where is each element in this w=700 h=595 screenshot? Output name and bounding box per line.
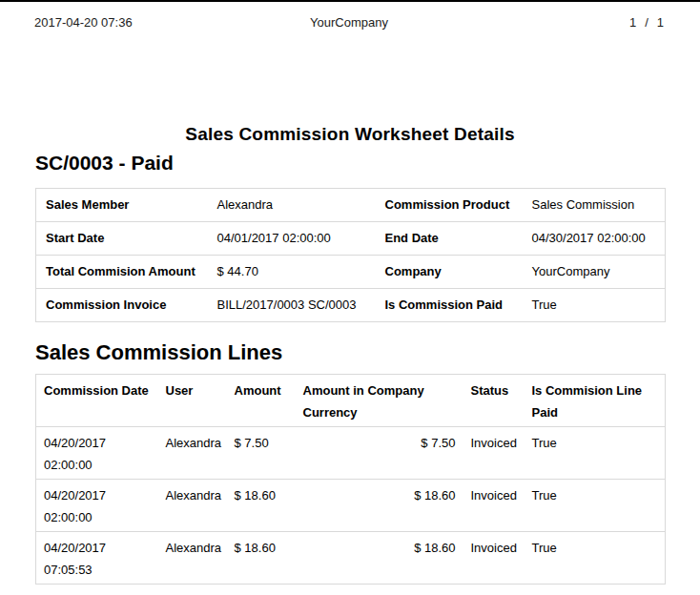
column-header-amount: Amount — [227, 375, 296, 427]
cell-user: Alexandra — [158, 427, 227, 480]
cell-status: Invoiced — [463, 532, 525, 585]
field-label: End Date — [376, 222, 523, 256]
cell-commission-date: 04/20/2017 02:00:00 — [36, 427, 158, 480]
column-header-commission-date: Commission Date — [36, 375, 158, 427]
field-label: Sales Member — [36, 189, 208, 222]
table-row: 04/20/2017 02:00:00 Alexandra $ 7.50 $ 7… — [36, 427, 666, 480]
page-separator: / — [645, 15, 649, 30]
page-current: 1 — [629, 15, 636, 30]
cell-amount-company-currency: $ 18.60 — [296, 480, 463, 532]
table-row: 04/20/2017 02:00:00 Alexandra $ 18.60 $ … — [36, 480, 666, 532]
report-body: Sales Commission Worksheet Details SC/00… — [35, 124, 665, 585]
cell-amount-company-currency: $ 18.60 — [296, 532, 463, 585]
field-value: Alexandra — [208, 189, 376, 222]
field-value: True — [523, 289, 666, 322]
header-datetime: 2017-04-20 07:36 — [34, 15, 310, 30]
field-value: 04/01/2017 02:00:00 — [208, 222, 376, 256]
field-value: Sales Commission — [523, 189, 666, 222]
cell-amount: $ 18.60 — [227, 480, 296, 532]
field-label: Total Commision Amount — [36, 256, 208, 289]
header-pagination: 1/1 — [388, 15, 664, 30]
column-header-status: Status — [463, 375, 525, 427]
field-label: Is Commission Paid — [376, 289, 523, 322]
cell-user: Alexandra — [158, 532, 227, 585]
info-row: Start Date 04/01/2017 02:00:00 End Date … — [36, 222, 666, 256]
cell-amount: $ 18.60 — [227, 532, 296, 585]
field-label: Company — [376, 256, 523, 289]
field-value: 04/30/2017 02:00:00 — [523, 222, 666, 256]
info-row: Total Commision Amount $ 44.70 Company Y… — [36, 256, 666, 289]
commission-lines-table: Commission Date User Amount Amount in Co… — [35, 374, 666, 585]
field-value: $ 44.70 — [208, 256, 376, 289]
worksheet-heading: SC/0003 - Paid — [35, 152, 665, 174]
report-page: 2017-04-20 07:36 YourCompany 1/1 Sales C… — [0, 0, 700, 595]
report-title: Sales Commission Worksheet Details — [35, 124, 665, 145]
cell-is-paid: True — [525, 427, 666, 480]
column-header-is-commision-line-paid: Is Commision Line Paid — [525, 375, 666, 427]
worksheet-info-table: Sales Member Alexandra Commission Produc… — [35, 188, 666, 322]
cell-amount-company-currency: $ 7.50 — [296, 427, 463, 480]
cell-amount: $ 7.50 — [227, 427, 296, 480]
info-row: Sales Member Alexandra Commission Produc… — [36, 189, 666, 222]
table-row: 04/20/2017 07:05:53 Alexandra $ 18.60 $ … — [36, 532, 666, 585]
cell-is-paid: True — [525, 532, 666, 585]
field-label: Commission Product — [376, 189, 523, 222]
page-total: 1 — [657, 15, 664, 30]
field-label: Commission Invoice — [36, 289, 208, 322]
cell-is-paid: True — [525, 480, 666, 532]
column-header-user: User — [158, 375, 227, 427]
header-company-name: YourCompany — [310, 15, 388, 30]
info-row: Commission Invoice BILL/2017/0003 SC/000… — [36, 289, 666, 322]
field-value: BILL/2017/0003 SC/0003 — [208, 289, 376, 322]
cell-status: Invoiced — [463, 480, 525, 532]
cell-commission-date: 04/20/2017 07:05:53 — [36, 532, 158, 585]
column-header-amount-company-currency: Amount in Company Currency — [296, 375, 463, 427]
cell-user: Alexandra — [158, 480, 227, 532]
field-label: Start Date — [36, 222, 208, 256]
field-value: YourCompany — [523, 256, 666, 289]
report-header: 2017-04-20 07:36 YourCompany 1/1 — [0, 2, 700, 30]
cell-status: Invoiced — [463, 427, 525, 480]
cell-commission-date: 04/20/2017 02:00:00 — [36, 480, 158, 532]
lines-header-row: Commission Date User Amount Amount in Co… — [36, 375, 666, 427]
lines-section-heading: Sales Commission Lines — [35, 340, 665, 365]
